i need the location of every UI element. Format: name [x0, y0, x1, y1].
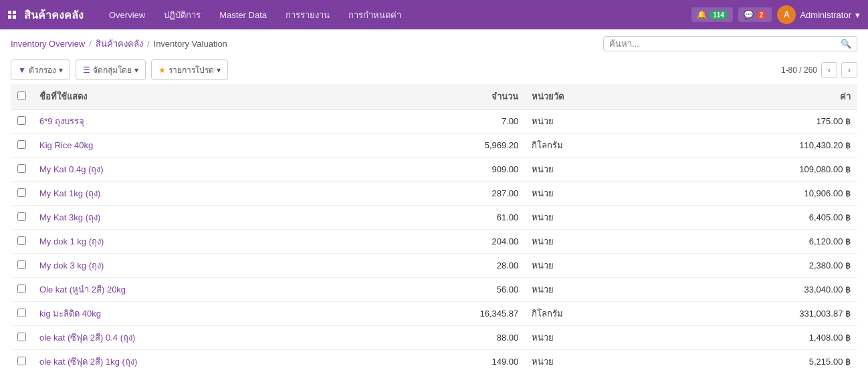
row-name[interactable]: ole kat (ซีฟุด 2สี) 0.4 (ถุง) [33, 326, 368, 350]
col-name: ชื่อที่ใช้แสดง [33, 84, 368, 110]
row-checkbox-cell [11, 278, 33, 302]
search-input[interactable] [609, 39, 841, 49]
row-qty: 287.00 [368, 182, 525, 206]
row-checkbox[interactable] [17, 285, 26, 293]
search-area: 🔍 [603, 36, 857, 51]
nav-operations[interactable]: ปฏิบัติการ [154, 0, 210, 29]
row-checkbox[interactable] [17, 357, 26, 365]
row-name[interactable]: My dok 3 kg (ถุง) [33, 254, 368, 278]
notification-btn[interactable]: 🔔 114 [691, 7, 733, 22]
row-unit: หน่วย [525, 326, 662, 350]
app-menu-icon[interactable] [8, 11, 16, 19]
filter-btn[interactable]: ▼ ตัวกรอง ▾ [11, 59, 70, 80]
col-qty: จำนวน [368, 84, 525, 110]
breadcrumb-sep-2: / [147, 39, 150, 49]
row-name[interactable]: My Kat 3kg (ถุง) [33, 206, 368, 230]
star-icon: ★ [158, 65, 166, 75]
row-checkbox-cell [11, 326, 33, 350]
inventory-table: ชื่อที่ใช้แสดง จำนวน หน่วยวัด ค่า 6*9 ถุ… [11, 84, 857, 371]
row-checkbox[interactable] [17, 188, 26, 197]
row-checkbox[interactable] [17, 333, 26, 341]
row-unit: หน่วย [525, 158, 662, 182]
row-qty: 5,969.20 [368, 134, 525, 158]
group-btn[interactable]: ☰ จัดกลุ่มโดย ▾ [76, 59, 146, 80]
row-checkbox[interactable] [17, 164, 26, 173]
top-nav: สินค้าคงคลัง Overview ปฏิบัติการ Master … [0, 0, 868, 29]
col-unit: หน่วยวัด [525, 84, 662, 110]
row-value: 33,040.00 ฿ [662, 278, 857, 302]
nav-master-data[interactable]: Master Data [210, 0, 276, 29]
row-checkbox[interactable] [17, 309, 26, 317]
message-btn[interactable]: 💬 2 [738, 7, 772, 22]
row-checkbox[interactable] [17, 236, 26, 245]
row-value: 5,215.00 ฿ [662, 350, 857, 372]
row-name[interactable]: My dok 1 kg (ถุง) [33, 230, 368, 254]
breadcrumb: Inventory Overview / สินค้าคงคลัง / Inve… [11, 37, 227, 51]
row-qty: 149.00 [368, 350, 525, 372]
search-icon[interactable]: 🔍 [841, 39, 851, 49]
row-qty: 204.00 [368, 230, 525, 254]
row-unit: หน่วย [525, 110, 662, 134]
row-unit: หน่วย [525, 230, 662, 254]
favorite-btn[interactable]: ★ รายการโปรด ▾ [151, 59, 228, 80]
row-name[interactable]: Ole kat (หูนำ 2สี) 20kg [33, 278, 368, 302]
row-qty: 56.00 [368, 278, 525, 302]
breadcrumb-inventory-overview[interactable]: Inventory Overview [11, 39, 85, 49]
row-checkbox[interactable] [17, 116, 26, 125]
user-menu-btn[interactable]: A Administrator ▾ [777, 5, 860, 24]
row-checkbox-cell [11, 134, 33, 158]
row-name[interactable]: My Kat 1kg (ถุง) [33, 182, 368, 206]
table-row: 6*9 ถุงบรรจุ 7.00 หน่วย 175.00 ฿ [11, 110, 857, 134]
nav-reports[interactable]: การรายงาน [276, 0, 339, 29]
row-unit: กิโลกรัม [525, 302, 662, 326]
row-checkbox-cell [11, 158, 33, 182]
toolbar: ▼ ตัวกรอง ▾ ☰ จัดกลุ่มโดย ▾ ★ รายการโปรด… [0, 55, 868, 84]
favorite-chevron-icon: ▾ [217, 65, 221, 75]
row-value: 175.00 ฿ [662, 110, 857, 134]
breadcrumb-area: Inventory Overview / สินค้าคงคลัง / Inve… [0, 29, 868, 55]
nav-overview[interactable]: Overview [100, 0, 154, 29]
row-name[interactable]: ole kat (ซีฟุด 2สี) 1kg (ถุง) [33, 350, 368, 372]
select-all-checkbox[interactable] [17, 91, 26, 100]
nav-settings[interactable]: การกำหนดค่า [339, 0, 411, 29]
next-page-btn[interactable]: › [841, 62, 857, 78]
row-name[interactable]: My Kat 0.4g (ถุง) [33, 158, 368, 182]
table-row: My Kat 0.4g (ถุง) 909.00 หน่วย 109,080.0… [11, 158, 857, 182]
row-checkbox-cell [11, 230, 33, 254]
table-row: My dok 3 kg (ถุง) 28.00 หน่วย 2,380.00 ฿ [11, 254, 857, 278]
avatar: A [777, 5, 796, 24]
row-qty: 7.00 [368, 110, 525, 134]
prev-page-btn[interactable]: ‹ [821, 62, 837, 78]
filter-icon: ▼ [18, 65, 26, 75]
chevron-down-icon: ▾ [855, 10, 860, 20]
table-row: ole kat (ซีฟุด 2สี) 1kg (ถุง) 149.00 หน่… [11, 350, 857, 372]
breadcrumb-sep-1: / [89, 39, 92, 49]
group-label: จัดกลุ่มโดย [93, 63, 132, 76]
row-unit: หน่วย [525, 182, 662, 206]
row-unit: หน่วย [525, 206, 662, 230]
row-checkbox-cell [11, 302, 33, 326]
row-unit: หน่วย [525, 350, 662, 372]
table-row: My dok 1 kg (ถุง) 204.00 หน่วย 6,120.00 … [11, 230, 857, 254]
row-value: 110,430.20 ฿ [662, 134, 857, 158]
row-checkbox-cell [11, 254, 33, 278]
username-label: Administrator [800, 10, 851, 20]
row-name[interactable]: Kig Rice 40kg [33, 134, 368, 158]
pagination-text: 1-80 / 260 [781, 65, 817, 75]
row-name[interactable]: 6*9 ถุงบรรจุ [33, 110, 368, 134]
row-qty: 88.00 [368, 326, 525, 350]
row-value: 109,080.00 ฿ [662, 158, 857, 182]
filter-label: ตัวกรอง [29, 63, 56, 76]
select-all-header [11, 84, 33, 110]
row-value: 331,003.87 ฿ [662, 302, 857, 326]
breadcrumb-inventory[interactable]: สินค้าคงคลัง [96, 37, 143, 51]
row-checkbox-cell [11, 206, 33, 230]
row-checkbox[interactable] [17, 212, 26, 221]
row-checkbox[interactable] [17, 140, 26, 149]
row-checkbox[interactable] [17, 260, 26, 269]
row-name[interactable]: kig มะลิดิด 40kg [33, 302, 368, 326]
filter-chevron-icon: ▾ [59, 65, 63, 75]
breadcrumb-current: Inventory Valuation [154, 39, 227, 49]
table-wrapper: ชื่อที่ใช้แสดง จำนวน หน่วยวัด ค่า 6*9 ถุ… [0, 84, 868, 371]
row-checkbox-cell [11, 350, 33, 372]
